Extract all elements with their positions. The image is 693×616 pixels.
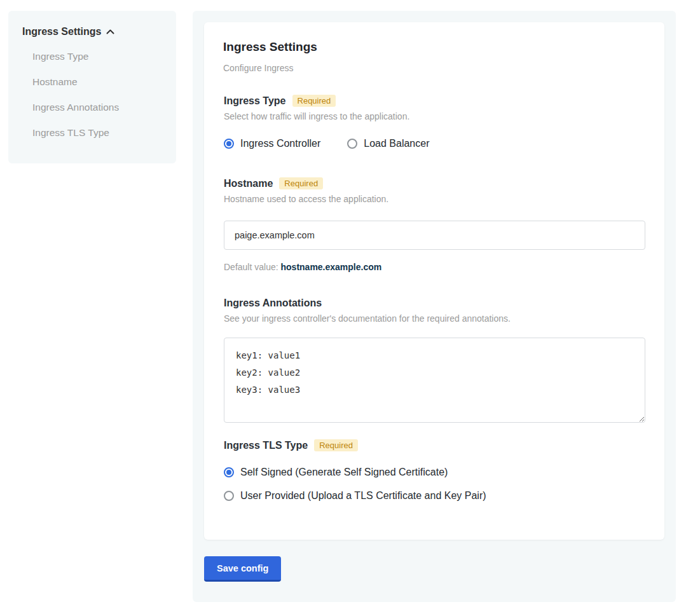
default-value-text: hostname.example.com xyxy=(281,262,382,272)
required-badge: Required xyxy=(279,177,323,189)
sidebar-item-ingress-tls-type[interactable]: Ingress TLS Type xyxy=(32,120,163,146)
radio-load-balancer[interactable]: Load Balancer xyxy=(347,138,429,149)
section-ingress-annotations: Ingress Annotations See your ingress con… xyxy=(223,298,645,425)
radio-unselected-icon xyxy=(224,491,234,501)
annotations-help: See your ingress controller's documentat… xyxy=(224,313,645,324)
section-ingress-type: Ingress Type Required Select how traffic… xyxy=(223,95,645,149)
sidebar-item-ingress-annotations[interactable]: Ingress Annotations xyxy=(32,95,163,120)
hostname-input[interactable] xyxy=(224,221,645,250)
chevron-up-icon xyxy=(106,29,114,34)
radio-label: Load Balancer xyxy=(364,138,429,149)
ingress-settings-card: Ingress Settings Configure Ingress Ingre… xyxy=(204,22,664,540)
radio-selected-icon xyxy=(224,139,234,149)
annotations-textarea[interactable]: key1: value1 key2: value2 key3: value3 xyxy=(224,338,645,423)
config-main-panel: Ingress Settings Configure Ingress Ingre… xyxy=(193,11,676,602)
radio-label: Ingress Controller xyxy=(240,138,320,149)
hostname-title: Hostname xyxy=(224,178,273,189)
tls-type-title: Ingress TLS Type xyxy=(224,440,308,451)
page-subtitle: Configure Ingress xyxy=(223,63,645,73)
radio-unselected-icon xyxy=(347,139,357,149)
required-badge: Required xyxy=(292,95,336,107)
radio-user-provided[interactable]: User Provided (Upload a TLS Certificate … xyxy=(224,490,645,502)
section-ingress-tls-type: Ingress TLS Type Required Self Signed (G… xyxy=(223,439,645,502)
sidebar-item-hostname[interactable]: Hostname xyxy=(32,69,163,95)
radio-selected-icon xyxy=(224,467,234,477)
required-badge: Required xyxy=(314,439,358,451)
annotations-title: Ingress Annotations xyxy=(224,298,322,309)
default-value-label: Default value: xyxy=(224,262,278,272)
sidebar-item-ingress-type[interactable]: Ingress Type xyxy=(32,44,163,69)
hostname-help: Hostname used to access the application. xyxy=(224,194,645,204)
section-hostname: Hostname Required Hostname used to acces… xyxy=(223,177,645,272)
ingress-type-radio-group: Ingress Controller Load Balancer xyxy=(224,138,645,149)
sidebar-group-ingress-settings[interactable]: Ingress Settings xyxy=(22,26,163,38)
radio-label: Self Signed (Generate Self Signed Certif… xyxy=(240,467,448,478)
page-title: Ingress Settings xyxy=(223,40,645,54)
radio-ingress-controller[interactable]: Ingress Controller xyxy=(224,138,320,149)
hostname-default-line: Default value: hostname.example.com xyxy=(224,262,645,272)
sidebar-item-list: Ingress Type Hostname Ingress Annotation… xyxy=(22,44,163,146)
ingress-type-help: Select how traffic will ingress to the a… xyxy=(224,111,645,121)
sidebar-group-label: Ingress Settings xyxy=(22,26,101,38)
settings-sidebar: Ingress Settings Ingress Type Hostname I… xyxy=(8,11,176,163)
radio-label: User Provided (Upload a TLS Certificate … xyxy=(240,490,486,502)
radio-self-signed[interactable]: Self Signed (Generate Self Signed Certif… xyxy=(224,467,645,478)
save-config-button[interactable]: Save config xyxy=(204,556,281,582)
tls-type-radio-group: Self Signed (Generate Self Signed Certif… xyxy=(224,467,645,502)
ingress-type-title: Ingress Type xyxy=(224,95,286,107)
